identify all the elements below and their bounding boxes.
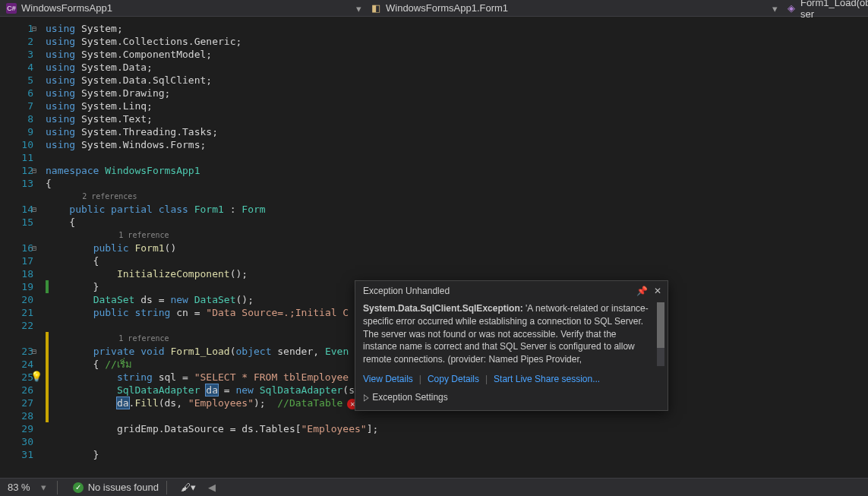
member-dropdown[interactable]: ◈ Form1_Load(object ser bbox=[781, 0, 868, 16]
chevron-down-icon: ▾ bbox=[356, 3, 361, 14]
popup-title: Exception Unhandled bbox=[363, 286, 450, 296]
close-icon[interactable]: ✕ bbox=[654, 286, 661, 296]
exception-settings-expander[interactable]: ▷ Exception Settings bbox=[355, 389, 668, 410]
exception-popup: Exception Unhandled 📌 ✕ System.Data.SqlC… bbox=[355, 280, 668, 411]
brush-icon[interactable]: 🖌▾ bbox=[175, 482, 202, 493]
class-icon: ◧ bbox=[371, 3, 381, 14]
csharp-icon: C# bbox=[6, 3, 17, 14]
project-label: WindowsFormsApp1 bbox=[21, 2, 112, 14]
pin-icon[interactable]: 📌 bbox=[636, 286, 648, 296]
status-bar: 83 % ▾ ✓ No issues found 🖌▾ ◀ bbox=[0, 478, 868, 496]
scrollbar[interactable] bbox=[657, 302, 664, 366]
chevron-down-icon[interactable]: ▾ bbox=[38, 482, 49, 493]
codelens-references[interactable]: 1 reference bbox=[46, 229, 868, 242]
check-icon: ✓ bbox=[73, 482, 84, 493]
exception-type: System.Data.SqlClient.SqlException: bbox=[363, 303, 523, 314]
method-icon: ◈ bbox=[787, 3, 796, 14]
view-details-link[interactable]: View Details bbox=[363, 374, 413, 384]
saved-marker bbox=[46, 280, 49, 293]
change-marker bbox=[46, 332, 49, 422]
live-share-link[interactable]: Start Live Share session... bbox=[494, 374, 600, 384]
chevron-down-icon: ▾ bbox=[772, 3, 778, 14]
lightbulb-icon[interactable]: 💡 bbox=[30, 371, 43, 382]
codelens-references[interactable]: 2 references bbox=[46, 190, 868, 203]
class-dropdown[interactable]: ◧ WindowsFormsApp1.Form1 ▾ bbox=[365, 0, 781, 16]
zoom-level[interactable]: 83 % bbox=[0, 482, 38, 493]
copy-details-link[interactable]: Copy Details bbox=[428, 374, 479, 384]
project-dropdown[interactable]: C# WindowsFormsApp1 ▾ bbox=[0, 0, 365, 16]
class-label: WindowsFormsApp1.Form1 bbox=[386, 2, 508, 14]
chevron-right-icon: ▷ bbox=[364, 392, 368, 403]
nav-back-icon[interactable]: ◀ bbox=[202, 482, 222, 493]
line-number-gutter: 1234567891011121314151617181920212223242… bbox=[0, 17, 46, 478]
error-status[interactable]: ✓ No issues found bbox=[65, 482, 159, 493]
navigation-bar: C# WindowsFormsApp1 ▾ ◧ WindowsFormsApp1… bbox=[0, 0, 868, 17]
